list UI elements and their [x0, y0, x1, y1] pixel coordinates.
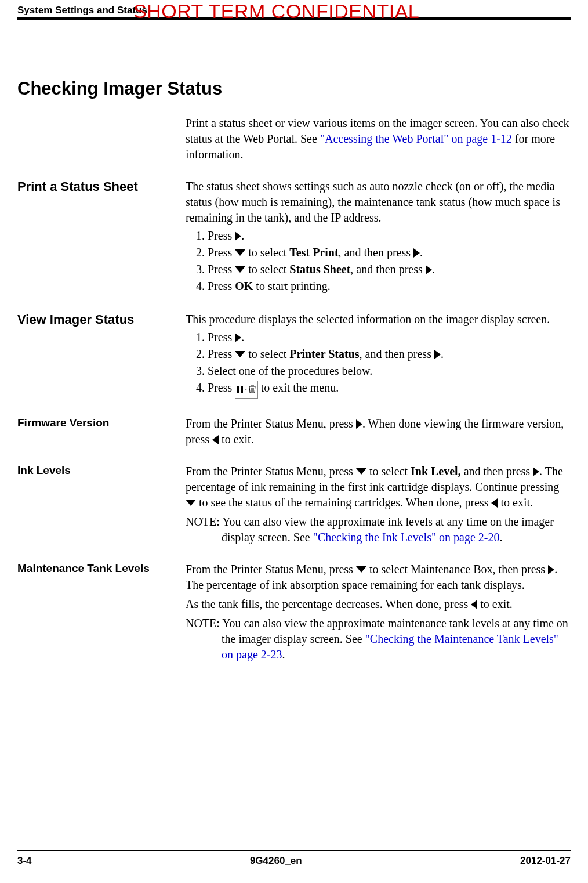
step-3: Press to select Status Sheet, and then p… [208, 262, 571, 277]
view-status-steps: Press . Press to select Printer Status, … [208, 330, 571, 399]
bold-text: Ink Level, [411, 465, 461, 477]
view-status-heading: View Imager Status [17, 312, 186, 400]
text: . [241, 331, 244, 343]
maint-para-1: From the Printer Status Menu, press to s… [186, 562, 571, 593]
bold-text: OK [235, 280, 253, 292]
text: to select [245, 246, 289, 259]
right-arrow-icon [356, 419, 362, 429]
text: Press [208, 246, 235, 259]
print-status-para: The status sheet shows settings such as … [186, 179, 571, 226]
intro-text: Print a status sheet or view various ite… [186, 115, 571, 162]
step-3: Select one of the procedures below. [208, 363, 571, 379]
print-status-body: The status sheet shows settings such as … [186, 179, 571, 295]
page-title: Checking Imager Status [17, 78, 571, 99]
right-arrow-icon [426, 265, 432, 274]
text: to exit. [219, 433, 254, 446]
text: to exit the menu. [261, 381, 339, 394]
bold-text: Printer Status [289, 348, 359, 360]
date: 2012-01-27 [520, 855, 571, 867]
text: From the Printer Status Menu, press [186, 563, 356, 576]
step-1: Press . [208, 228, 571, 244]
intro-row: Print a status sheet or view various ite… [17, 115, 571, 162]
trash-icon [248, 382, 256, 397]
text: . [441, 348, 444, 360]
text: to select Maintenance Box, then press [366, 563, 548, 576]
page-header: System Settings and Status SHORT TERM CO… [17, 0, 571, 16]
down-arrow-icon [356, 468, 366, 475]
text: As the tank fills, the percentage decrea… [186, 598, 471, 610]
text: to select [245, 263, 289, 276]
pause-icon [237, 386, 244, 393]
text: , and then press [350, 263, 425, 276]
pause-trash-button-icon: • [235, 381, 258, 399]
doc-id: 9G4260_en [250, 855, 302, 867]
ink-heading: Ink Levels [17, 464, 186, 545]
step-4: Press • to exit the menu. [208, 380, 571, 399]
text: Press [208, 331, 235, 343]
dot-separator: • [244, 386, 248, 394]
text: . [432, 263, 435, 276]
left-arrow-icon [471, 600, 477, 609]
text: Press [208, 263, 235, 276]
text: . [420, 246, 423, 259]
step-2: Press to select Test Print, and then pre… [208, 245, 571, 260]
ink-note: NOTE: You can also view the approximate … [186, 514, 571, 545]
step-2: Press to select Printer Status, and then… [208, 346, 571, 362]
down-arrow-icon [235, 266, 245, 273]
intro-left-spacer [17, 115, 186, 162]
text: . [500, 531, 503, 544]
text: Press [208, 381, 235, 394]
right-arrow-icon [434, 350, 441, 359]
maint-para-2: As the tank fills, the percentage decrea… [186, 596, 571, 612]
text: to select [245, 348, 289, 360]
text: and then press [461, 465, 533, 477]
left-arrow-icon [491, 498, 498, 508]
print-status-section: Print a Status Sheet The status sheet sh… [17, 179, 571, 295]
text: to see the status of the remaining cartr… [196, 496, 491, 509]
text: to start printing. [253, 280, 330, 292]
left-arrow-icon [212, 435, 219, 444]
web-portal-link[interactable]: "Accessing the Web Portal" on page 1-12 [320, 132, 512, 145]
ink-section: Ink Levels From the Printer Status Menu,… [17, 464, 571, 545]
firmware-body: From the Printer Status Menu, press . Wh… [186, 416, 571, 447]
down-arrow-icon [186, 500, 196, 506]
text: Press [208, 348, 235, 360]
print-status-heading: Print a Status Sheet [17, 179, 186, 295]
view-status-body: This procedure displays the selected inf… [186, 312, 571, 400]
right-arrow-icon [235, 333, 241, 342]
maint-note: NOTE: You can also view the approximate … [186, 616, 571, 663]
ink-levels-link[interactable]: "Checking the Ink Levels" on page 2-20 [313, 531, 500, 544]
firmware-section: Firmware Version From the Printer Status… [17, 416, 571, 447]
section-label: System Settings and Status [17, 5, 147, 16]
page-number: 3-4 [17, 855, 32, 867]
text: to exit. [477, 598, 513, 610]
step-1: Press . [208, 330, 571, 345]
text: Press [208, 229, 235, 242]
right-arrow-icon [235, 231, 241, 241]
page-footer: 3-4 9G4260_en 2012-01-27 [17, 850, 571, 867]
print-status-steps: Press . Press to select Test Print, and … [208, 228, 571, 294]
right-arrow-icon [413, 248, 420, 258]
down-arrow-icon [235, 249, 245, 256]
bold-text: Status Sheet [289, 263, 350, 276]
step-4: Press OK to start printing. [208, 278, 571, 294]
view-status-section: View Imager Status This procedure displa… [17, 312, 571, 400]
text: , and then press [339, 246, 413, 259]
down-arrow-icon [356, 566, 366, 573]
text: to exit. [498, 496, 533, 509]
ink-body: From the Printer Status Menu, press to s… [186, 464, 571, 545]
maint-section: Maintenance Tank Levels From the Printer… [17, 562, 571, 663]
text: From the Printer Status Menu, press [186, 417, 356, 430]
bold-text: Test Print [289, 246, 338, 259]
text: to select [366, 465, 411, 477]
confidential-watermark: SHORT TERM CONFIDENTIAL [133, 0, 419, 23]
down-arrow-icon [235, 351, 245, 357]
view-status-para: This procedure displays the selected inf… [186, 312, 571, 327]
maint-heading: Maintenance Tank Levels [17, 562, 186, 663]
text: , and then press [360, 348, 434, 360]
text: Press [208, 280, 235, 292]
text: . [241, 229, 244, 242]
right-arrow-icon [548, 565, 554, 574]
right-arrow-icon [533, 467, 539, 476]
maint-body: From the Printer Status Menu, press to s… [186, 562, 571, 663]
